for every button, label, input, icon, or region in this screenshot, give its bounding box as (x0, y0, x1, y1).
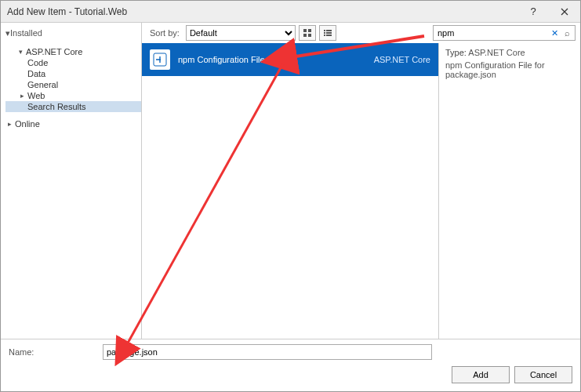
sidebar-section-installed[interactable]: ▾ Installed (1, 23, 142, 43)
tree-node-code[interactable]: Code (5, 57, 141, 68)
tree-label: Online (15, 119, 40, 129)
chevron-right-icon: ▸ (5, 120, 13, 128)
name-label: Name: (9, 347, 95, 357)
main-area: ▾ ASP.NET Core Code Data General ▸Web Se… (1, 43, 580, 339)
tree-label: General (27, 80, 58, 89)
tree-node-web[interactable]: ▸Web (5, 90, 141, 101)
search-input[interactable] (435, 28, 548, 38)
npm-file-icon (150, 49, 170, 70)
dialog-window: Add New Item - Tutorial.Web ? ▾ Installe… (0, 0, 581, 392)
svg-rect-6 (324, 32, 325, 34)
search-icon: ⌕ (561, 28, 573, 38)
svg-rect-1 (308, 29, 311, 32)
tree-node-search-results[interactable]: Search Results (5, 101, 141, 112)
tree-label: ASP.NET Core (26, 47, 82, 56)
type-label: Type: (445, 48, 467, 57)
chevron-down-icon: ▾ (16, 48, 24, 56)
close-icon (561, 8, 568, 16)
tree-node-data[interactable]: Data (5, 68, 141, 79)
svg-rect-0 (303, 29, 307, 32)
cancel-button[interactable]: Cancel (514, 366, 572, 383)
details-pane: Type: ASP.NET Core npm Configuration Fil… (439, 43, 580, 339)
close-button[interactable] (549, 1, 580, 23)
grid-medium-icon (303, 28, 312, 38)
tree-label: Code (27, 58, 48, 67)
type-value: ASP.NET Core (468, 48, 525, 57)
name-row: Name: (9, 344, 572, 360)
tree-node-online[interactable]: ▸ Online (5, 118, 141, 129)
svg-rect-5 (326, 30, 332, 31)
chevron-right-icon: ▸ (18, 92, 26, 100)
installed-label: Installed (10, 28, 42, 38)
sort-by-select[interactable]: Default (186, 25, 296, 41)
template-tag: ASP.NET Core (374, 55, 430, 64)
category-sidebar: ▾ ASP.NET Core Code Data General ▸Web Se… (1, 43, 142, 339)
tree-node-general[interactable]: General (5, 79, 141, 90)
view-small-icons-button[interactable] (319, 25, 336, 41)
clear-search-button[interactable]: ✕ (548, 28, 561, 38)
details-type-row: Type: ASP.NET Core (445, 48, 574, 57)
template-item-npm-config[interactable]: npm Configuration File ASP.NET Core (142, 43, 438, 76)
footer: Name: Add Cancel (1, 339, 580, 391)
sort-by-label: Sort by: (150, 28, 180, 38)
search-box[interactable]: ✕ ⌕ (433, 25, 576, 41)
tree-node-aspnetcore[interactable]: ▾ ASP.NET Core (5, 46, 141, 57)
toolbar: ▾ Installed Sort by: Default ✕ ⌕ (1, 23, 580, 43)
tree-label: Data (27, 69, 45, 78)
view-medium-icons-button[interactable] (299, 25, 316, 41)
svg-rect-9 (326, 34, 332, 36)
window-title: Add New Item - Tutorial.Web (7, 6, 127, 17)
button-row: Add Cancel (9, 366, 572, 383)
svg-rect-3 (308, 34, 311, 37)
help-button[interactable]: ? (517, 1, 549, 23)
details-description: npm Configuration File for package.json (445, 60, 574, 79)
tree-label: Web (27, 91, 45, 100)
list-icon (323, 28, 332, 38)
svg-rect-8 (324, 34, 325, 36)
svg-rect-2 (303, 34, 307, 37)
template-list: npm Configuration File ASP.NET Core (142, 43, 439, 339)
svg-rect-7 (326, 32, 332, 34)
template-name: npm Configuration File (178, 55, 366, 64)
title-bar: Add New Item - Tutorial.Web ? (1, 1, 580, 23)
tree-label: Search Results (27, 102, 86, 111)
add-button[interactable]: Add (452, 366, 510, 383)
name-input[interactable] (103, 344, 432, 360)
svg-rect-4 (324, 30, 325, 31)
